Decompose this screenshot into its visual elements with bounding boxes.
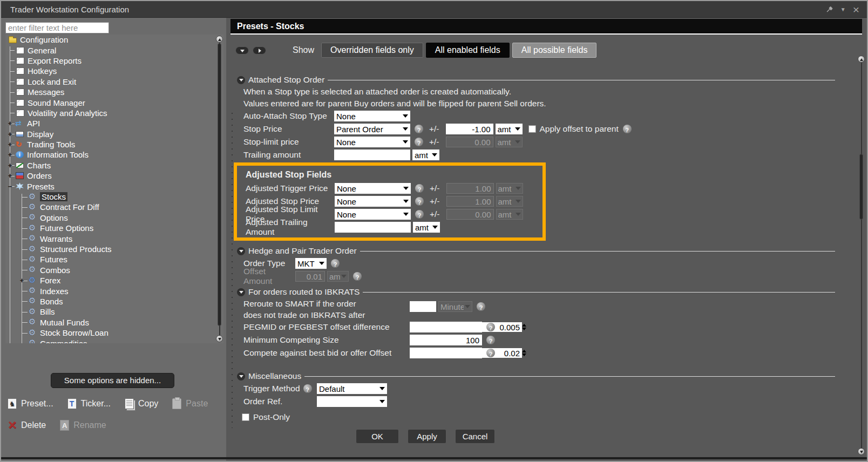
adjusted-stop-price-select[interactable]: None xyxy=(335,196,411,207)
adjusted-trailing-unit-select[interactable]: amt xyxy=(413,222,440,233)
tree-item-stock-borrow-loan[interactable]: Stock Borrow/Loan xyxy=(5,328,223,338)
help-icon[interactable] xyxy=(303,384,312,393)
stop-limit-price-select[interactable]: None xyxy=(334,137,410,147)
collapse-caret-icon[interactable] xyxy=(237,76,245,84)
options-hidden-button[interactable]: Some options are hidden... xyxy=(51,373,174,388)
tree-item-combos[interactable]: Combos xyxy=(5,265,223,275)
tree-item-warrants[interactable]: Warrants xyxy=(5,233,223,243)
minimum-competing-size-input[interactable] xyxy=(410,335,482,345)
help-icon[interactable] xyxy=(623,125,632,133)
tree-expander[interactable]: + xyxy=(7,173,13,179)
tree-item-future-options[interactable]: Future Options xyxy=(5,223,223,233)
content-scrollbar[interactable] xyxy=(858,56,865,455)
cancel-button[interactable]: Cancel xyxy=(455,429,495,444)
filter-all-possible-fields-button[interactable]: All possible fields xyxy=(512,43,597,58)
adjusted-trigger-price-select[interactable]: None xyxy=(335,183,411,194)
tree-item-trading-tools[interactable]: + Trading Tools xyxy=(5,139,223,150)
preset-button[interactable]: Preset... xyxy=(8,398,53,409)
tree-item-general[interactable]: General xyxy=(5,45,223,55)
tree-item-futures[interactable]: Futures xyxy=(5,254,223,264)
pin-icon[interactable] xyxy=(825,5,833,13)
filter-overridden-fields-button[interactable]: Overridden fields only xyxy=(321,43,423,58)
scrollbar-thumb[interactable] xyxy=(218,43,221,326)
tree-item-bonds[interactable]: Bonds xyxy=(5,296,223,307)
tree-item-configuration[interactable]: Configuration xyxy=(5,35,223,45)
help-icon[interactable] xyxy=(486,349,495,357)
auto-attach-stop-type-select[interactable]: None xyxy=(334,111,410,121)
stop-price-unit-select[interactable]: amt xyxy=(496,124,523,134)
tree-item-stocks[interactable]: Stocks xyxy=(5,192,223,202)
tree-expander[interactable]: + xyxy=(7,120,13,126)
trailing-amount-unit-select[interactable]: amt xyxy=(412,150,439,160)
expand-all-sections-button[interactable] xyxy=(253,46,266,55)
scroll-down-icon[interactable] xyxy=(858,448,865,455)
compete-offset-input[interactable] xyxy=(410,348,522,358)
spinner-arrows-icon[interactable] xyxy=(522,350,528,356)
tree-item-presets[interactable]: − Presets xyxy=(5,181,223,191)
tree-item-mutual-funds[interactable]: Mutual Funds xyxy=(5,317,223,328)
tree-item-information-tools[interactable]: + Information Tools xyxy=(5,150,223,160)
collapse-caret-icon[interactable] xyxy=(237,288,245,296)
tree-item-display[interactable]: + Display xyxy=(5,129,223,139)
tree-item-bills[interactable]: Bills xyxy=(5,307,223,317)
filter-input[interactable] xyxy=(5,22,109,33)
trailing-amount-input[interactable] xyxy=(334,150,410,160)
post-only-checkbox[interactable] xyxy=(242,413,249,421)
collapse-all-sections-button[interactable] xyxy=(235,46,249,55)
tree-item-contract-for-diff[interactable]: Contract For Diff xyxy=(5,202,223,212)
help-icon[interactable] xyxy=(415,197,424,206)
tree-item-structured-products[interactable]: Structured Products xyxy=(5,244,223,254)
help-icon[interactable] xyxy=(331,259,340,268)
tree-item-hotkeys[interactable]: Hotkeys xyxy=(5,66,223,76)
tree-item-clipped[interactable]: Commodities xyxy=(5,338,223,343)
tree-item-api[interactable]: + API xyxy=(5,118,223,128)
window-dropdown-arrow-icon[interactable]: ▼ xyxy=(840,6,846,12)
adjusted-stop-limit-price-select[interactable]: None xyxy=(335,209,411,220)
scroll-down-icon[interactable] xyxy=(216,335,223,342)
help-icon[interactable] xyxy=(415,125,423,133)
spinner-arrows-icon[interactable] xyxy=(522,324,528,330)
stop-price-select[interactable]: Parent Order xyxy=(334,124,410,134)
tree-item-volatility-analytics[interactable]: Volatility and Analytics xyxy=(5,108,223,118)
tree-expander[interactable]: + xyxy=(7,141,13,147)
scroll-up-icon[interactable] xyxy=(216,36,223,43)
pegmid-offset-input[interactable] xyxy=(410,322,522,332)
apply-button[interactable]: Apply xyxy=(408,429,446,444)
help-icon[interactable] xyxy=(477,302,485,311)
copy-button[interactable]: Copy xyxy=(125,398,158,409)
tree-scrollbar[interactable] xyxy=(216,36,223,342)
tree-item-lock-and-exit[interactable]: Lock and Exit xyxy=(5,77,223,87)
scrollbar-thumb[interactable] xyxy=(859,154,863,220)
scroll-up-icon[interactable] xyxy=(858,56,865,63)
apply-offset-to-parent-checkbox[interactable] xyxy=(528,125,536,133)
help-icon[interactable] xyxy=(353,272,362,281)
pegmid-offset-spinner[interactable] xyxy=(410,322,482,332)
help-icon[interactable] xyxy=(415,184,424,193)
trigger-method-select[interactable]: Default xyxy=(317,383,387,394)
ticker-button[interactable]: Ticker... xyxy=(67,398,111,409)
order-type-select[interactable]: MKT xyxy=(295,258,327,269)
compete-offset-spinner[interactable] xyxy=(410,348,482,358)
help-icon[interactable] xyxy=(486,336,495,344)
tree-item-export-reports[interactable]: Export Reports xyxy=(5,56,223,66)
tree-expander[interactable]: + xyxy=(19,277,25,283)
filter-all-enabled-fields-button[interactable]: All enabled fields xyxy=(426,43,510,58)
collapse-caret-icon[interactable] xyxy=(237,372,245,381)
tree-item-forex[interactable]: + Forex xyxy=(5,275,223,286)
tree-item-indexes[interactable]: Indexes xyxy=(5,286,223,296)
order-ref-select[interactable] xyxy=(317,396,387,407)
help-icon[interactable] xyxy=(415,138,423,146)
tree-item-sound-manager[interactable]: Sound Manager xyxy=(5,97,223,107)
tree-expander[interactable]: − xyxy=(7,184,13,189)
paste-button[interactable]: Paste xyxy=(172,398,208,409)
tree-item-charts[interactable]: + Charts xyxy=(5,160,223,171)
close-icon[interactable]: × xyxy=(853,5,859,13)
tree-item-messages[interactable]: Messages xyxy=(5,87,223,97)
tree-item-options[interactable]: Options xyxy=(5,213,223,223)
help-icon[interactable] xyxy=(486,323,495,331)
reroute-minutes-input[interactable] xyxy=(410,301,436,312)
adjusted-trailing-amount-input[interactable] xyxy=(335,222,411,233)
rename-button[interactable]: Rename xyxy=(60,420,106,431)
stop-price-offset-input[interactable] xyxy=(446,124,493,134)
ok-button[interactable]: OK xyxy=(356,429,399,444)
